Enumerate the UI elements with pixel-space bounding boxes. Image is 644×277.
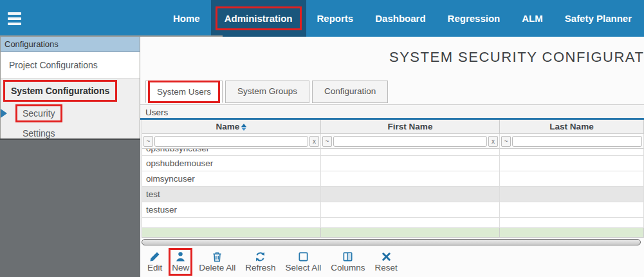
sidebar-item-project-configurations[interactable]: Project Configurations bbox=[1, 52, 140, 78]
table-row[interactable]: opshubsyncuser bbox=[142, 149, 644, 156]
square-icon bbox=[298, 251, 309, 262]
filter-last-name-input[interactable] bbox=[512, 136, 642, 147]
main-content: SYSTEM SECURITY CONFIGURATIONS System Us… bbox=[140, 37, 644, 277]
table-row[interactable]: oimsyncuser bbox=[142, 171, 644, 187]
table-toolbar: Edit New Delete All Refresh bbox=[140, 247, 644, 272]
filter-clear-button[interactable]: x bbox=[488, 136, 498, 147]
tab-system-users[interactable]: System Users bbox=[145, 81, 223, 103]
sidebar-item-security[interactable]: Security bbox=[1, 103, 140, 123]
column-header-last-name[interactable]: Last Name bbox=[500, 120, 644, 134]
nav-item-reports[interactable]: Reports bbox=[306, 0, 365, 37]
columns-button[interactable]: Columns bbox=[331, 251, 365, 272]
page-title: SYSTEM SECURITY CONFIGURATIONS bbox=[389, 49, 644, 66]
horizontal-scrollbar[interactable] bbox=[142, 238, 643, 247]
filter-cell-first-name: ~ x bbox=[321, 134, 500, 149]
tab-system-groups[interactable]: System Groups bbox=[225, 81, 309, 103]
sidebar-background-filler bbox=[0, 138, 140, 277]
reset-button[interactable]: Reset bbox=[374, 251, 397, 272]
system-configurations-group: System Configurations Security Settings bbox=[1, 78, 140, 143]
tab-configuration[interactable]: Configuration bbox=[312, 81, 388, 103]
nav-item-administration[interactable]: Administration bbox=[211, 0, 306, 37]
scrollbar-thumb[interactable] bbox=[142, 239, 641, 245]
annotation-box-security: Security bbox=[17, 106, 60, 120]
table-row-empty bbox=[142, 218, 644, 228]
table-row[interactable]: test bbox=[142, 187, 644, 202]
filter-name-input[interactable] bbox=[154, 136, 308, 147]
new-button[interactable]: New bbox=[172, 251, 189, 272]
configurations-menu-panel: Configurations Project Configurations Sy… bbox=[0, 37, 140, 144]
filter-first-name-input[interactable] bbox=[333, 136, 487, 147]
sidebar-item-system-configurations[interactable]: System Configurations bbox=[1, 79, 140, 103]
edit-button[interactable]: Edit bbox=[147, 251, 162, 272]
annotation-box-system-configurations: System Configurations bbox=[5, 82, 115, 100]
columns-icon bbox=[342, 251, 353, 262]
column-header-name[interactable]: Name bbox=[142, 120, 321, 134]
current-selection-arrow-icon bbox=[1, 109, 7, 118]
x-icon bbox=[381, 251, 392, 262]
refresh-icon bbox=[255, 251, 266, 262]
top-navbar: Home Administration Reports Dashboard Re… bbox=[0, 0, 644, 37]
filter-operator-button[interactable]: ~ bbox=[501, 136, 511, 147]
sort-icon[interactable] bbox=[241, 124, 246, 131]
trash-icon bbox=[212, 251, 223, 262]
filter-operator-button[interactable]: ~ bbox=[322, 136, 332, 147]
filter-clear-button[interactable]: x bbox=[309, 136, 319, 147]
user-icon bbox=[175, 251, 186, 262]
table-footer-row bbox=[142, 228, 644, 238]
sidebar-header: Configurations bbox=[1, 37, 140, 52]
delete-all-button[interactable]: Delete All bbox=[199, 251, 235, 272]
table-filter-row: ~ x ~ x ~ bbox=[142, 134, 644, 149]
select-all-button[interactable]: Select All bbox=[286, 251, 322, 272]
refresh-button[interactable]: Refresh bbox=[245, 251, 275, 272]
nav-item-safety-planner[interactable]: Safety Planner bbox=[554, 0, 643, 37]
annotation-box-system-users: System Users bbox=[150, 82, 218, 101]
table-header-row: Name First Name Last Name bbox=[142, 120, 644, 134]
nav-item-alm[interactable]: ALM bbox=[511, 0, 554, 37]
security-tabs: System Users System Groups Configuration bbox=[145, 81, 388, 103]
filter-operator-button[interactable]: ~ bbox=[143, 136, 153, 147]
hamburger-menu-icon[interactable] bbox=[0, 0, 30, 37]
column-header-first-name[interactable]: First Name bbox=[321, 120, 500, 134]
annotation-box-administration: Administration bbox=[217, 8, 300, 28]
nav-item-home[interactable]: Home bbox=[162, 0, 211, 37]
main-navigation: Home Administration Reports Dashboard Re… bbox=[162, 0, 644, 37]
filter-cell-name: ~ x bbox=[142, 134, 321, 149]
pencil-icon bbox=[149, 251, 160, 262]
nav-item-regression[interactable]: Regression bbox=[437, 0, 511, 37]
users-panel-title: Users bbox=[140, 104, 644, 120]
table-row[interactable]: testuser bbox=[142, 202, 644, 218]
nav-item-dashboard[interactable]: Dashboard bbox=[364, 0, 436, 37]
filter-cell-last-name: ~ bbox=[500, 134, 644, 149]
users-panel: Users Name First Name Last Name ~ x ~ x bbox=[140, 104, 644, 272]
table-row[interactable]: opshubdemouser bbox=[142, 156, 644, 171]
users-table: Name First Name Last Name ~ x ~ x ~ bbox=[142, 120, 644, 238]
